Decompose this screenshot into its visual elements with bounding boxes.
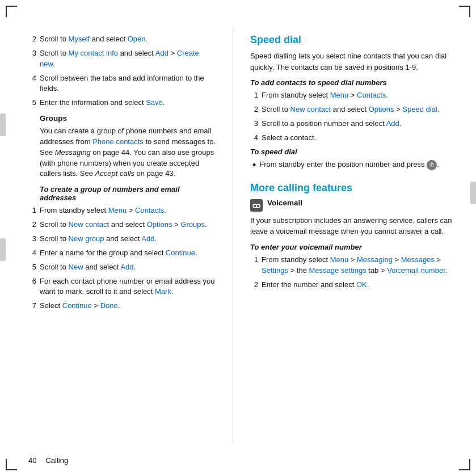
group-step-text-5: Scroll to New and select Add. [40, 262, 136, 273]
group-step-num-4: 4 [28, 248, 36, 259]
link-speed-dial[interactable]: Speed dial [402, 105, 437, 113]
sd-step-num-1: 1 [250, 90, 258, 101]
link-new-1[interactable]: New [69, 263, 83, 271]
voicemail-steps: 1 From standby select Menu > Messaging >… [250, 255, 453, 290]
italic-heading-groups: To create a group of numbers and email a… [40, 185, 216, 202]
sd-step-num-2: 2 [250, 104, 258, 115]
link-myself[interactable]: Myself [69, 35, 90, 43]
link-my-contact-info[interactable]: My contact info [69, 49, 118, 57]
link-groups[interactable]: Groups [180, 220, 205, 229]
voicemail-svg [252, 201, 260, 209]
group-step-num-6: 6 [28, 276, 36, 298]
link-new-group[interactable]: New group [69, 234, 104, 243]
svg-point-1 [256, 204, 260, 208]
group-step-text-2: Scroll to New contact and select Options… [40, 220, 207, 230]
group-step-num-3: 3 [28, 234, 36, 245]
group-step-num-7: 7 [28, 301, 36, 311]
link-message-settings-vm[interactable]: Message settings [309, 266, 366, 275]
voicemail-icon [250, 199, 263, 212]
group-step-num-5: 5 [28, 262, 36, 273]
link-mark[interactable]: Mark [155, 287, 171, 296]
sd-step-2: 2 Scroll to New contact and select Optio… [250, 104, 453, 115]
step-3: 3 Scroll to My contact info and select A… [28, 48, 216, 70]
groups-title: Groups [40, 114, 216, 123]
group-step-7: 7 Select Continue > Done. [28, 301, 216, 311]
link-save[interactable]: Save [146, 98, 163, 107]
link-add-3[interactable]: Add [120, 263, 133, 271]
group-step-2: 2 Scroll to New contact and select Optio… [28, 220, 216, 230]
group-step-text-6: For each contact phone number or email a… [40, 276, 216, 298]
link-options-1[interactable]: Options [147, 220, 172, 229]
vm-step-text-1: From standby select Menu > Messaging > M… [262, 255, 453, 276]
footer-page-number: 40 [28, 456, 36, 465]
sd-step-num-3: 3 [250, 119, 258, 129]
group-steps: 1 From standby select Menu > Contacts. 2… [28, 205, 216, 311]
step-text-2: Scroll to Myself and select Open. [40, 34, 148, 45]
sd-step-1: 1 From standby select Menu > Contacts. [250, 90, 453, 101]
footer-title: Calling [45, 456, 68, 465]
link-messages-vm[interactable]: Messages [401, 255, 435, 264]
step-4: 4 Scroll between the tabs and add inform… [28, 73, 216, 95]
voicemail-row: Voicemail [250, 199, 453, 212]
vm-step-num-2: 2 [250, 280, 258, 290]
link-contacts-sd1[interactable]: Contacts [357, 91, 386, 99]
sd-step-text-4: Select a contact. [262, 133, 316, 144]
group-step-text-3: Scroll to New group and select Add. [40, 234, 157, 245]
intro-steps: 2 Scroll to Myself and select Open. 3 Sc… [28, 34, 216, 108]
link-menu-sd1[interactable]: Menu [330, 91, 349, 99]
link-voicemail-number-vm[interactable]: Voicemail number [387, 266, 445, 275]
group-step-3: 3 Scroll to New group and select Add. [28, 234, 216, 245]
link-done[interactable]: Done [100, 301, 118, 310]
link-add[interactable]: Add [155, 49, 169, 57]
group-step-1: 1 From standby select Menu > Contacts. [28, 205, 216, 216]
voicemail-body: If your subscription includes an answeri… [250, 215, 453, 237]
svg-point-0 [253, 204, 256, 208]
phone-icon: ✆ [427, 160, 437, 170]
step-text-3: Scroll to My contact info and select Add… [40, 48, 216, 70]
link-add-sd[interactable]: Add [386, 119, 399, 128]
speed-dial-steps: 1 From standby select Menu > Contacts. 2… [250, 90, 453, 143]
step-num-3: 3 [28, 48, 36, 70]
link-menu-vm[interactable]: Menu [330, 255, 349, 264]
italic-heading-speed-dial: To add contacts to speed dial numbers [250, 78, 453, 87]
voicemail-title: Voicemail [267, 199, 302, 207]
link-new-contact-sd[interactable]: New contact [290, 105, 331, 113]
group-step-5: 5 Scroll to New and select Add. [28, 262, 216, 273]
step-5: 5 Enter the information and select Save. [28, 98, 216, 108]
link-add-2[interactable]: Add [141, 234, 154, 243]
main-content: 2 Scroll to Myself and select Open. 3 Sc… [28, 28, 453, 442]
group-step-6: 6 For each contact phone number or email… [28, 276, 216, 298]
vm-step-text-2: Enter the number and select OK. [262, 280, 369, 290]
column-divider [233, 28, 233, 442]
more-calling-title: More calling features [250, 182, 453, 194]
vm-step-2: 2 Enter the number and select OK. [250, 280, 453, 290]
link-phone-contacts[interactable]: Phone contacts [92, 137, 144, 146]
bullet-icon: • [252, 159, 256, 172]
link-menu-1[interactable]: Menu [108, 206, 127, 214]
vm-step-1: 1 From standby select Menu > Messaging >… [250, 255, 453, 276]
step-text-4: Scroll between the tabs and add informat… [40, 73, 216, 95]
link-options-sd[interactable]: Options [369, 105, 394, 113]
group-step-num-2: 2 [28, 220, 36, 230]
group-step-text-7: Select Continue > Done. [40, 301, 120, 311]
group-step-num-1: 1 [28, 205, 36, 216]
link-new-contact-1[interactable]: New contact [69, 220, 109, 229]
corner-mark-tr [459, 6, 470, 17]
link-open[interactable]: Open [128, 35, 146, 43]
italic-heading-to-speed-dial: To speed dial [250, 148, 453, 156]
side-tab-left-2 [0, 238, 6, 261]
sd-step-text-2: Scroll to New contact and select Options… [262, 104, 439, 115]
sd-step-text-1: From standby select Menu > Contacts. [262, 90, 388, 101]
sd-step-num-4: 4 [250, 133, 258, 144]
link-ok-vm[interactable]: OK [356, 280, 367, 289]
left-column: 2 Scroll to Myself and select Open. 3 Sc… [28, 28, 216, 442]
link-contacts-1[interactable]: Contacts [135, 206, 164, 214]
link-settings-vm[interactable]: Settings [262, 266, 288, 275]
link-create-new[interactable]: Create new [40, 49, 199, 68]
link-messaging-vm[interactable]: Messaging [357, 255, 393, 264]
link-continue-2[interactable]: Continue [62, 301, 92, 310]
step-num-5: 5 [28, 98, 36, 108]
sd-step-text-3: Scroll to a position number and select A… [262, 119, 401, 129]
italic-heading-voicemail: To enter your voicemail number [250, 243, 453, 251]
link-continue-1[interactable]: Continue [166, 248, 195, 257]
